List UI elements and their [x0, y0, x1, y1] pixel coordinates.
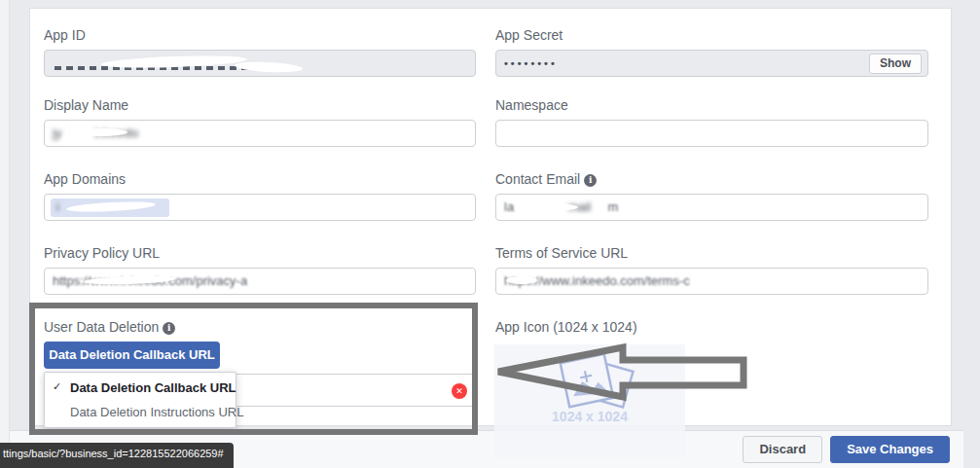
contact-email-label: Contact Emaili — [495, 171, 597, 187]
app-id-field[interactable] — [44, 50, 476, 77]
data-deletion-dropdown-menu: ✓ Data Deletion Callback URL Data Deleti… — [44, 372, 236, 428]
app-secret-field[interactable]: •••••••• Show — [495, 50, 928, 77]
app-id-label: App ID — [44, 27, 86, 43]
terms-of-service-url-input[interactable]: https://www.inkeedo.com/terms-c — [495, 268, 928, 295]
info-icon[interactable]: i — [584, 174, 597, 187]
app-domain-token: i — [51, 198, 169, 217]
namespace-input[interactable] — [495, 120, 928, 147]
display-name-label: Display Name — [44, 97, 128, 113]
redacted-value-fragment: jy — [53, 126, 61, 140]
redaction-smudge — [74, 128, 127, 136]
redaction-smudge — [696, 277, 735, 285]
sidebar-edge — [0, 0, 10, 468]
data-deletion-type-dropdown-button[interactable]: Data Deletion Callback URL — [44, 342, 220, 369]
redacted-value-fragment: la — [504, 199, 514, 214]
app-settings-basic-page: App ID App Secret •••••••• Show Display … — [0, 0, 980, 468]
privacy-policy-url-label: Privacy Policy URL — [44, 245, 160, 261]
save-changes-button[interactable]: Save Changes — [830, 436, 950, 463]
redaction-smudge — [235, 60, 303, 74]
app-icon-size-hint: 1024 x 1024 — [494, 409, 685, 424]
show-secret-button[interactable]: Show — [869, 54, 922, 74]
redaction-smudge — [522, 203, 578, 211]
app-icon-label: App Icon (1024 x 1024) — [495, 319, 637, 335]
user-data-deletion-label: User Data Deletioni — [44, 319, 175, 335]
app-domains-input[interactable]: i — [44, 194, 476, 221]
photo-frames-icon — [494, 344, 685, 457]
app-domains-label: App Domains — [44, 171, 126, 187]
redaction-smudge — [66, 200, 156, 214]
redacted-value-fragment: i — [56, 200, 59, 214]
masked-secret-value: •••••••• — [504, 57, 558, 69]
link-status-tooltip: ttings/basic/?business_id=12281552206625… — [0, 443, 234, 468]
app-icon-upload-placeholder[interactable]: 1024 x 1024 — [494, 344, 685, 457]
privacy-policy-url-input[interactable]: https://www.inkeedo.com/privacy-a — [44, 268, 476, 295]
redacted-value-fragment: m — [607, 199, 618, 214]
error-icon: ✕ — [452, 383, 467, 399]
settings-card: App ID App Secret •••••••• Show Display … — [29, 8, 952, 426]
redaction-smudge — [506, 276, 537, 284]
display-name-input[interactable]: jy inkeedo — [44, 120, 476, 147]
menu-item-instructions-url[interactable]: Data Deletion Instructions URL — [45, 400, 236, 424]
terms-of-service-url-label: Terms of Service URL — [495, 245, 628, 261]
contact-email-input[interactable]: la mail m — [495, 194, 928, 221]
namespace-label: Namespace — [495, 97, 568, 113]
app-secret-label: App Secret — [495, 27, 563, 43]
check-icon: ✓ — [53, 380, 61, 393]
info-icon[interactable]: i — [163, 322, 175, 335]
discard-button[interactable]: Discard — [743, 436, 822, 463]
menu-item-callback-url[interactable]: ✓ Data Deletion Callback URL — [45, 376, 236, 400]
